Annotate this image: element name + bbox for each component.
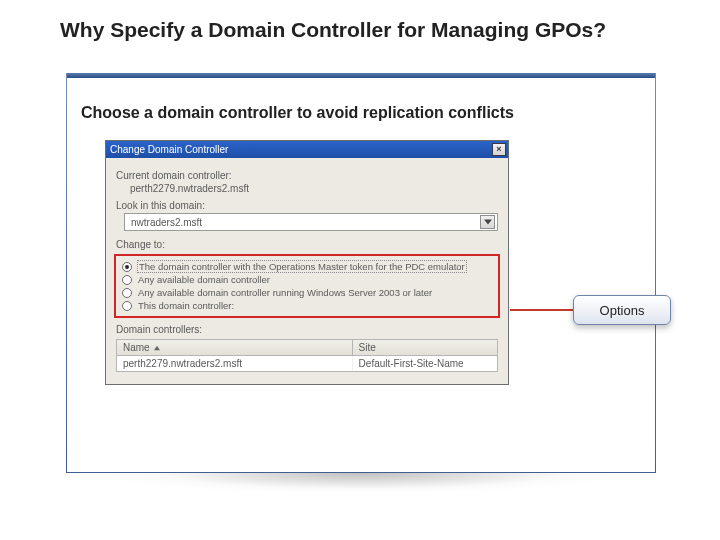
dc-grid: Name Site perth2279.nwtraders2.msft Defa… bbox=[116, 339, 498, 372]
radio-icon bbox=[122, 288, 132, 298]
option-label: Any available domain controller bbox=[138, 274, 270, 285]
option-any-dc-2003[interactable]: Any available domain controller running … bbox=[122, 286, 492, 299]
option-label: Any available domain controller running … bbox=[138, 287, 432, 298]
option-label: This domain controller: bbox=[138, 300, 234, 311]
sort-asc-icon bbox=[154, 345, 160, 351]
change-dc-dialog: Change Domain Controller × Current domai… bbox=[105, 140, 509, 385]
column-header-name[interactable]: Name bbox=[117, 340, 353, 355]
radio-icon bbox=[122, 275, 132, 285]
slide-title: Why Specify a Domain Controller for Mana… bbox=[60, 18, 606, 42]
look-in-domain-label: Look in this domain: bbox=[116, 200, 498, 211]
cell-name: perth2279.nwtraders2.msft bbox=[117, 356, 353, 371]
column-header-site[interactable]: Site bbox=[353, 340, 497, 355]
close-icon[interactable]: × bbox=[492, 143, 506, 156]
option-any-dc[interactable]: Any available domain controller bbox=[122, 273, 492, 286]
domain-dropdown-value: nwtraders2.msft bbox=[131, 217, 202, 228]
column-header-site-text: Site bbox=[359, 342, 376, 353]
radio-icon bbox=[122, 262, 132, 272]
chevron-down-icon bbox=[480, 215, 495, 229]
panel-shadow bbox=[62, 473, 660, 495]
column-header-name-text: Name bbox=[123, 342, 150, 353]
dialog-title: Change Domain Controller bbox=[110, 144, 228, 155]
current-dc-value: perth2279.nwtraders2.msft bbox=[130, 183, 498, 194]
callout-connector bbox=[510, 309, 573, 311]
options-callout: Options bbox=[573, 295, 671, 325]
cell-site: Default-First-Site-Name bbox=[353, 356, 497, 371]
dc-list-label: Domain controllers: bbox=[116, 324, 498, 335]
table-row[interactable]: perth2279.nwtraders2.msft Default-First-… bbox=[117, 356, 497, 371]
grid-header: Name Site bbox=[117, 340, 497, 356]
option-label: The domain controller with the Operation… bbox=[138, 261, 466, 272]
dialog-titlebar: Change Domain Controller × bbox=[106, 141, 508, 158]
current-dc-label: Current domain controller: bbox=[116, 170, 498, 181]
domain-dropdown[interactable]: nwtraders2.msft bbox=[124, 213, 498, 231]
change-to-options: The domain controller with the Operation… bbox=[114, 254, 500, 318]
option-pdc-emulator[interactable]: The domain controller with the Operation… bbox=[122, 260, 492, 273]
panel-subtitle: Choose a domain controller to avoid repl… bbox=[81, 104, 514, 122]
dialog-body: Current domain controller: perth2279.nwt… bbox=[106, 158, 508, 384]
change-to-label: Change to: bbox=[116, 239, 498, 250]
options-callout-label: Options bbox=[600, 303, 645, 318]
content-panel: Choose a domain controller to avoid repl… bbox=[66, 73, 656, 473]
option-this-dc[interactable]: This domain controller: bbox=[122, 299, 492, 312]
radio-icon bbox=[122, 301, 132, 311]
